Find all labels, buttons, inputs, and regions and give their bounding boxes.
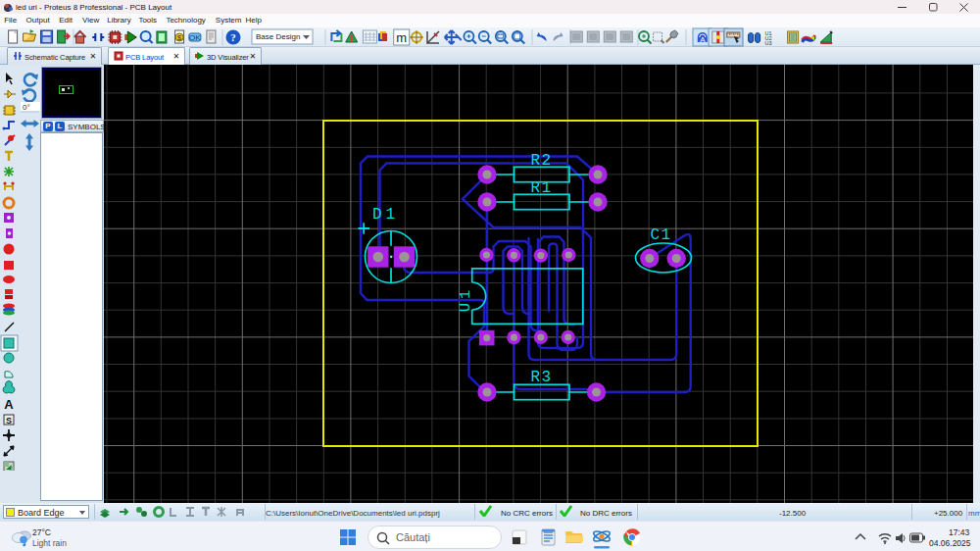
svg-text:R2: R2 bbox=[530, 152, 552, 170]
svg-text:C1: C1 bbox=[650, 226, 671, 244]
svg-text:0°: 0° bbox=[23, 103, 30, 112]
svg-text:?: ? bbox=[230, 31, 236, 43]
svg-text:U3: U3 bbox=[765, 40, 772, 46]
svg-text:Base Design: Base Design bbox=[256, 32, 300, 41]
svg-text:S: S bbox=[6, 416, 12, 426]
svg-text:D1: D1 bbox=[372, 206, 399, 224]
svg-text:OK: OK bbox=[189, 33, 201, 42]
svg-text:U1: U1 bbox=[457, 286, 474, 313]
svg-text:A: A bbox=[700, 35, 706, 44]
svg-text:m: m bbox=[396, 30, 407, 45]
svg-text:$: $ bbox=[177, 33, 182, 42]
svg-text:A: A bbox=[4, 397, 14, 412]
svg-text:R3: R3 bbox=[530, 369, 552, 386]
svg-text:R1: R1 bbox=[530, 179, 552, 197]
